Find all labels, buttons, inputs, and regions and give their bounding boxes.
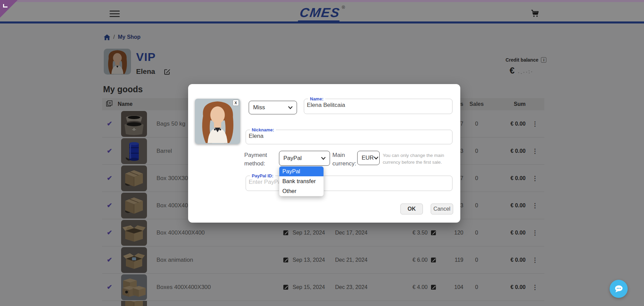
cancel-button[interactable]: Cancel — [431, 204, 453, 214]
name-field-group: Name: — [304, 96, 452, 114]
chevron-down-icon — [288, 106, 293, 109]
title-select-value: Miss — [253, 104, 265, 111]
name-input[interactable] — [304, 101, 440, 111]
dropdown-option-other[interactable]: Other — [279, 186, 324, 196]
frame-corner-triangle — [0, 0, 18, 18]
paypal-id-label: PayPal ID: — [250, 173, 275, 178]
currency-value: EUR — [362, 155, 374, 161]
dropdown-option-paypal[interactable]: PayPal — [279, 166, 324, 176]
payment-method-select[interactable]: PayPal — [279, 151, 330, 166]
chat-icon — [614, 285, 624, 293]
screen: CMES® / My Shop VIP Elena — [0, 0, 644, 306]
frame-strip — [0, 0, 644, 2]
payment-method-dropdown: PayPal Bank transfer Other — [279, 166, 324, 196]
dropdown-option-bank-transfer[interactable]: Bank transfer — [279, 176, 324, 186]
title-select[interactable]: Miss — [249, 101, 297, 114]
edit-profile-dialog: X Miss Name: Nickname: Payment method: P… — [188, 84, 460, 223]
currency-select[interactable]: EUR — [357, 151, 380, 165]
payment-method-value: PayPal — [283, 155, 302, 162]
nickname-field-group: Nickname: — [246, 127, 452, 144]
chevron-down-icon — [321, 157, 326, 160]
currency-note: You can only change the main currency be… — [383, 152, 456, 166]
ok-button[interactable]: OK — [400, 204, 423, 214]
nickname-input[interactable] — [246, 132, 436, 142]
remove-photo-button[interactable]: X — [233, 100, 239, 106]
paypal-id-field-group: PayPal ID: — [246, 173, 452, 191]
chat-button[interactable] — [610, 280, 628, 298]
corner-bracket-glyph — [3, 4, 7, 7]
chevron-down-icon — [374, 157, 378, 160]
paypal-id-input[interactable] — [246, 178, 436, 188]
name-field-label: Name: — [308, 96, 325, 101]
nickname-field-label: Nickname: — [250, 127, 276, 132]
payment-method-label: Payment method: — [244, 151, 277, 168]
